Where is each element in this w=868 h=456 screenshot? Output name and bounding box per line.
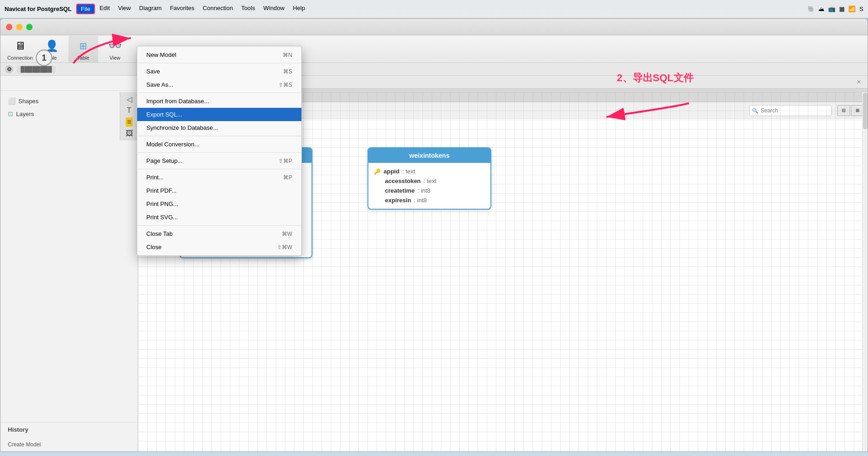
menu-item-print-pdf[interactable]: Print PDF... bbox=[137, 184, 301, 197]
history-label: History bbox=[8, 426, 130, 433]
table-label: Table bbox=[77, 55, 89, 61]
menu-item-save[interactable]: Save ⌘S bbox=[137, 65, 301, 78]
menu-item-sync[interactable]: Synchronize to Database... bbox=[137, 121, 301, 134]
menu-item-print[interactable]: Print... ⌘P bbox=[137, 171, 301, 184]
app-name: Navicat for PostgreSQL bbox=[5, 6, 72, 12]
note-tool[interactable]: ≡ bbox=[126, 117, 133, 127]
menu-diagram[interactable]: Diagram bbox=[135, 4, 165, 14]
scrollbar-thumb bbox=[863, 93, 868, 129]
menu-item-close[interactable]: Close ⇧⌘W bbox=[137, 240, 301, 254]
step-2-annotation: 2、导出SQL文件 bbox=[617, 71, 694, 85]
weixintokens-table-header: weixintokens bbox=[368, 148, 490, 163]
connection-bar: ⚙ ████████ bbox=[0, 63, 868, 76]
close-tab-button[interactable]: ✕ bbox=[854, 79, 864, 85]
layers-label: Layers bbox=[16, 111, 34, 117]
table-field-createtime: createtime : int8 bbox=[374, 186, 485, 195]
field-type-createtime: : int8 bbox=[417, 187, 430, 194]
view-icon: 👓 bbox=[107, 38, 123, 54]
step-1-badge: 1 bbox=[36, 50, 52, 66]
sidebar-item-shapes[interactable]: ⬜ Shapes bbox=[8, 95, 130, 107]
window-titlebar bbox=[0, 19, 868, 35]
menu-item-save-label: Save bbox=[146, 68, 160, 75]
system-menu-bar: Navicat for PostgreSQL File Edit View Di… bbox=[0, 0, 868, 18]
field-type-appid: : text bbox=[402, 168, 415, 175]
menu-item-print-svg-label: Print SVG... bbox=[146, 214, 178, 221]
weixintokens-table-body: 🔑 appid : text accesstoken : text create… bbox=[368, 163, 490, 209]
menu-item-close-tab[interactable]: Close Tab ⌘W bbox=[137, 227, 301, 240]
menu-window[interactable]: Window bbox=[260, 4, 288, 14]
separator-6 bbox=[137, 225, 301, 226]
navicat-window: 🖥 Connection 👤 Role ⊞ Table 👓 View ⚙ ███… bbox=[0, 18, 868, 452]
menu-item-close-tab-label: Close Tab bbox=[146, 230, 173, 237]
system-icon-3: 📺 bbox=[828, 6, 835, 12]
menu-file[interactable]: File bbox=[76, 4, 95, 14]
separator-5 bbox=[137, 169, 301, 169]
menu-item-print-svg[interactable]: Print SVG... bbox=[137, 211, 301, 224]
menu-connection[interactable]: Connection bbox=[199, 4, 237, 14]
field-name-accesstoken: accesstoken bbox=[385, 178, 421, 184]
table-field-appid: 🔑 appid : text bbox=[374, 167, 485, 176]
menu-favorites[interactable]: Favorites bbox=[166, 4, 198, 14]
sidebar-right-tools: ◁ T ≡ 🖼 bbox=[120, 92, 138, 140]
menu-item-page-setup-shortcut: ⇧⌘P bbox=[278, 158, 292, 164]
t-tool[interactable]: T bbox=[127, 106, 132, 115]
menu-item-close-shortcut: ⇧⌘W bbox=[277, 244, 292, 250]
connection-status-icon: ⚙ bbox=[5, 65, 13, 73]
key-icon-appid: 🔑 bbox=[374, 168, 381, 175]
view-label: View bbox=[110, 55, 121, 61]
menu-item-model-conversion-label: Model Conversion... bbox=[146, 141, 200, 148]
menu-item-save-shortcut: ⌘S bbox=[283, 68, 292, 75]
connection-icon: 🖥 bbox=[12, 38, 28, 54]
menu-item-print-label: Print... bbox=[146, 174, 164, 181]
canvas-scrollbar[interactable] bbox=[862, 92, 868, 451]
menu-item-import-label: Import from Database... bbox=[146, 98, 209, 105]
table-button[interactable]: ⊞ Table bbox=[68, 36, 98, 62]
menu-help[interactable]: Help bbox=[289, 4, 309, 14]
history-section: History bbox=[0, 422, 138, 439]
shapes-icon: ⬜ bbox=[8, 97, 16, 105]
menu-item-export-sql[interactable]: Export SQL... bbox=[137, 108, 301, 121]
body-area: ◁ T ≡ 🖼 ⬜ Shapes ⊡ Layers bbox=[0, 76, 868, 451]
connection-name: ████████ bbox=[17, 66, 56, 73]
menu-item-save-as-shortcut: ⇧⌘S bbox=[278, 82, 292, 88]
collapse-tool[interactable]: ◁ bbox=[127, 95, 132, 104]
close-button[interactable] bbox=[6, 24, 12, 30]
menu-item-save-as[interactable]: Save As... ⇧⌘S bbox=[137, 78, 301, 91]
menu-item-new-model[interactable]: New Model ⌘N bbox=[137, 48, 301, 61]
minimize-button[interactable] bbox=[16, 24, 22, 30]
image-tool[interactable]: 🖼 bbox=[126, 129, 133, 138]
menu-item-print-shortcut: ⌘P bbox=[283, 174, 292, 181]
separator-1 bbox=[137, 63, 301, 63]
field-type-expiresin: : int8 bbox=[414, 197, 427, 204]
menu-edit[interactable]: Edit bbox=[96, 4, 113, 14]
field-name-appid: appid bbox=[384, 168, 400, 175]
menu-item-new-model-shortcut: ⌘N bbox=[283, 52, 292, 58]
menu-tools[interactable]: Tools bbox=[238, 4, 259, 14]
weixintokens-table[interactable]: weixintokens 🔑 appid : text accesstoken … bbox=[367, 147, 491, 210]
main-toolbar: 🖥 Connection 👤 Role ⊞ Table 👓 View bbox=[0, 35, 868, 63]
weixintokens-table-name: weixintokens bbox=[409, 152, 450, 159]
field-name-createtime: createtime bbox=[385, 187, 415, 194]
step-2-label: 2、导出SQL文件 bbox=[617, 72, 694, 83]
wifi-icon: 📶 bbox=[848, 6, 856, 12]
view-button[interactable]: 👓 View bbox=[100, 36, 130, 62]
menu-item-model-conversion[interactable]: Model Conversion... bbox=[137, 138, 301, 151]
maximize-button[interactable] bbox=[26, 24, 33, 30]
menu-bar-items: File Edit View Diagram Favorites Connect… bbox=[76, 4, 309, 14]
menu-item-page-setup-label: Page Setup... bbox=[146, 157, 183, 164]
sidebar-item-layers[interactable]: ⊡ Layers bbox=[8, 107, 130, 120]
menu-item-page-setup[interactable]: Page Setup... ⇧⌘P bbox=[137, 154, 301, 167]
table-icon: ⊞ bbox=[75, 38, 92, 54]
shapes-panel: ⬜ Shapes ⊡ Layers bbox=[0, 91, 138, 124]
menu-view[interactable]: View bbox=[114, 4, 134, 14]
sidebar-tool-items: ◁ T ≡ 🖼 ⬜ Shapes ⊡ Layers bbox=[0, 76, 138, 422]
field-type-accesstoken: : text bbox=[423, 178, 436, 184]
menu-item-print-pdf-label: Print PDF... bbox=[146, 187, 177, 194]
create-model-button[interactable]: Create Model bbox=[0, 439, 138, 451]
connection-button[interactable]: 🖥 Connection bbox=[5, 36, 35, 62]
menu-item-sync-label: Synchronize to Database... bbox=[146, 124, 218, 131]
menu-item-import[interactable]: Import from Database... bbox=[137, 95, 301, 108]
sidebar-tools-section bbox=[0, 79, 138, 91]
system-icon-5: S bbox=[859, 6, 863, 12]
menu-item-print-png[interactable]: Print PNG... bbox=[137, 197, 301, 211]
